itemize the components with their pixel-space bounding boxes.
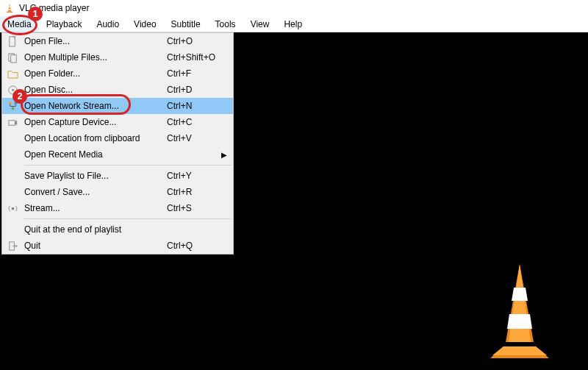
menu-save-playlist[interactable]: Save Playlist to File... Ctrl+Y (2, 168, 233, 184)
menu-open-disc[interactable]: Open Disc... Ctrl+D (2, 82, 233, 98)
svg-rect-15 (8, 102, 11, 104)
menu-help[interactable]: Help (276, 16, 309, 32)
svg-marker-8 (512, 288, 528, 301)
svg-marker-5 (492, 346, 547, 355)
menubar: Media Playback Audio Video Subtitle Tool… (0, 16, 588, 32)
menu-item-label: Open Multiple Files... (23, 52, 167, 63)
menu-item-label: Open Network Stream... (23, 101, 167, 111)
menu-separator (24, 165, 232, 166)
menu-open-recent-media[interactable]: Open Recent Media ▶ (2, 146, 233, 163)
menu-separator (24, 218, 232, 219)
file-icon (2, 36, 23, 47)
menu-item-label: Open Disc... (23, 85, 167, 95)
menu-item-shortcut: Ctrl+V (167, 133, 233, 143)
menu-item-label: Stream... (23, 203, 167, 213)
svg-rect-16 (14, 102, 17, 104)
menu-item-shortcut: Ctrl+Q (167, 241, 233, 251)
window-title: VLC media player (19, 3, 89, 13)
menu-item-shortcut: Ctrl+Shift+O (167, 52, 233, 63)
menu-video[interactable]: Video (126, 16, 163, 32)
menu-quit[interactable]: Quit Ctrl+Q (2, 238, 233, 254)
menu-open-file[interactable]: Open File... Ctrl+O (2, 33, 233, 49)
menu-open-capture-device[interactable]: Open Capture Device... Ctrl+C (2, 114, 233, 130)
menu-view[interactable]: View (243, 16, 277, 32)
menu-item-label: Open Recent Media (23, 149, 233, 160)
svg-rect-3 (7, 12, 12, 13)
vlc-logo-large (465, 260, 575, 363)
svg-rect-2 (8, 9, 11, 10)
menu-item-label: Convert / Save... (23, 187, 167, 197)
menu-item-shortcut: Ctrl+O (167, 36, 233, 46)
capture-icon (2, 117, 23, 128)
network-icon (2, 101, 23, 112)
menu-stream[interactable]: Stream... Ctrl+S (2, 200, 233, 216)
menu-open-network-stream[interactable]: Open Network Stream... Ctrl+N (2, 98, 233, 114)
svg-rect-1 (8, 7, 10, 7)
menu-item-shortcut: Ctrl+D (167, 85, 233, 95)
menu-media[interactable]: Media (0, 16, 39, 32)
menu-item-label: Quit at the end of playlist (23, 224, 167, 235)
svg-marker-9 (507, 314, 532, 329)
menu-item-shortcut: Ctrl+R (167, 187, 233, 197)
menu-item-shortcut: Ctrl+S (167, 203, 233, 213)
menu-playback[interactable]: Playback (39, 16, 90, 32)
menu-item-label: Open Folder... (23, 68, 167, 79)
menu-open-multiple-files[interactable]: Open Multiple Files... Ctrl+Shift+O (2, 49, 233, 65)
quit-icon (2, 241, 23, 252)
menu-item-shortcut: Ctrl+N (167, 101, 233, 111)
menu-item-shortcut: Ctrl+C (167, 117, 233, 127)
svg-point-20 (11, 207, 14, 210)
menu-open-folder[interactable]: Open Folder... Ctrl+F (2, 65, 233, 82)
svg-rect-18 (8, 120, 14, 125)
menu-subtitle[interactable]: Subtitle (164, 16, 208, 32)
svg-marker-0 (8, 4, 12, 12)
menu-item-label: Open Location from clipboard (23, 133, 167, 143)
menu-item-label: Open File... (23, 36, 167, 46)
submenu-arrow-icon: ▶ (221, 151, 227, 159)
stream-icon (2, 203, 23, 214)
menu-item-shortcut: Ctrl+Y (167, 171, 233, 181)
menu-quit-end-playlist[interactable]: Quit at the end of playlist (2, 221, 233, 238)
menu-item-label: Open Capture Device... (23, 117, 167, 127)
svg-rect-17 (11, 107, 14, 110)
disc-icon (2, 85, 23, 96)
menu-open-location-clipboard[interactable]: Open Location from clipboard Ctrl+V (2, 130, 233, 146)
menu-item-label: Save Playlist to File... (23, 171, 167, 181)
svg-point-14 (12, 89, 14, 91)
media-dropdown: Open File... Ctrl+O Open Multiple Files.… (1, 32, 234, 255)
folder-icon (2, 68, 23, 79)
menu-tools[interactable]: Tools (208, 16, 243, 32)
files-icon (2, 52, 23, 63)
menu-convert-save[interactable]: Convert / Save... Ctrl+R (2, 184, 233, 200)
svg-rect-10 (9, 36, 15, 46)
titlebar: VLC media player (0, 0, 588, 16)
svg-rect-12 (10, 54, 16, 62)
menu-item-shortcut: Ctrl+F (167, 68, 233, 79)
vlc-cone-icon (4, 3, 15, 13)
svg-marker-7 (509, 264, 531, 342)
menu-audio[interactable]: Audio (89, 16, 126, 32)
menu-item-label: Quit (23, 241, 167, 251)
